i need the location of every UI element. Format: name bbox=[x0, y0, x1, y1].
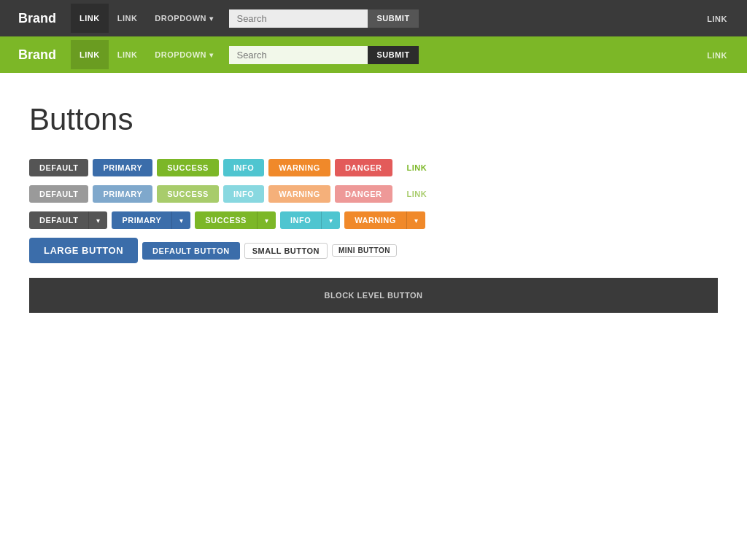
navbar1-submit-button[interactable]: SUBMIT bbox=[368, 9, 418, 28]
button-row-muted: DEFAULT PRIMARY SUCCESS INFO WARNING DAN… bbox=[29, 185, 718, 203]
navbar2-submit-button[interactable]: SUBMIT bbox=[368, 46, 418, 64]
btn-block[interactable]: BLOCK LEVEL BUTTON bbox=[40, 285, 707, 306]
navbar2-search-input[interactable] bbox=[229, 46, 368, 64]
btn-danger[interactable]: DANGER bbox=[335, 159, 392, 176]
btn-split-primary-main[interactable]: PRIMARY bbox=[112, 211, 171, 229]
btn-info-muted[interactable]: INFO bbox=[223, 185, 264, 203]
btn-split-info: INFO ▾ bbox=[280, 211, 340, 229]
navbar2-link2[interactable]: LINK bbox=[109, 50, 147, 59]
btn-primary[interactable]: PRIMARY bbox=[93, 159, 152, 176]
btn-split-warning-main[interactable]: WARNING bbox=[344, 211, 406, 229]
btn-default[interactable]: DEFAULT bbox=[29, 159, 88, 176]
btn-split-primary: PRIMARY ▾ bbox=[112, 211, 190, 229]
btn-split-info-caret[interactable]: ▾ bbox=[321, 211, 340, 229]
btn-split-success: SUCCESS ▾ bbox=[195, 211, 276, 229]
btn-success-muted[interactable]: SUCCESS bbox=[157, 185, 219, 203]
btn-warning-muted[interactable]: WARNING bbox=[268, 185, 330, 203]
btn-split-primary-caret[interactable]: ▾ bbox=[171, 211, 190, 229]
navbar1-link-right[interactable]: LINK bbox=[698, 15, 736, 23]
navbar2-link1[interactable]: LINK bbox=[71, 40, 109, 69]
btn-link[interactable]: LINK bbox=[397, 159, 438, 176]
btn-info[interactable]: INFO bbox=[223, 159, 264, 176]
button-row-normal: DEFAULT PRIMARY SUCCESS INFO WARNING DAN… bbox=[29, 159, 718, 176]
btn-warning[interactable]: WARNING bbox=[268, 159, 330, 176]
block-button-container: BLOCK LEVEL BUTTON bbox=[29, 278, 718, 313]
btn-danger-muted[interactable]: DANGER bbox=[335, 185, 392, 203]
btn-primary-muted[interactable]: PRIMARY bbox=[93, 185, 152, 203]
navbar2-link-right[interactable]: LINK bbox=[698, 51, 736, 60]
navbar1-dropdown[interactable]: DROPDOWN ▾ bbox=[146, 14, 222, 23]
dropdown-arrow-icon2: ▾ bbox=[209, 51, 214, 59]
btn-mini[interactable]: MINI BUTTON bbox=[332, 244, 397, 257]
button-row-sizes: LARGE BUTTON DEFAULT BUTTON SMALL BUTTON… bbox=[29, 238, 718, 263]
btn-split-warning: WARNING ▾ bbox=[344, 211, 425, 229]
navbar-green: Brand LINK LINK DROPDOWN ▾ SUBMIT LINK bbox=[0, 36, 747, 73]
buttons-section-title: Buttons bbox=[29, 102, 718, 137]
btn-split-default-caret[interactable]: ▾ bbox=[88, 211, 107, 229]
btn-split-info-main[interactable]: INFO bbox=[280, 211, 321, 229]
btn-split-default-main[interactable]: DEFAULT bbox=[29, 211, 88, 229]
btn-split-warning-caret[interactable]: ▾ bbox=[406, 211, 425, 229]
navbar1-right: LINK bbox=[698, 12, 736, 25]
navbar1-link2[interactable]: LINK bbox=[109, 14, 147, 23]
btn-split-default: DEFAULT ▾ bbox=[29, 211, 107, 229]
btn-default-size[interactable]: DEFAULT BUTTON bbox=[142, 242, 240, 260]
btn-split-success-caret[interactable]: ▾ bbox=[257, 211, 276, 229]
navbar1-brand[interactable]: Brand bbox=[11, 11, 63, 26]
btn-link-muted[interactable]: LINK bbox=[397, 185, 438, 203]
btn-large[interactable]: LARGE BUTTON bbox=[29, 238, 138, 263]
navbar1-search-form: SUBMIT bbox=[229, 9, 418, 28]
navbar2-brand[interactable]: Brand bbox=[11, 47, 63, 63]
navbar2-dropdown[interactable]: DROPDOWN ▾ bbox=[146, 50, 222, 59]
button-row-split: DEFAULT ▾ PRIMARY ▾ SUCCESS ▾ INFO ▾ WAR… bbox=[29, 211, 718, 229]
navbar2-search-form: SUBMIT bbox=[229, 46, 418, 64]
btn-split-success-main[interactable]: SUCCESS bbox=[195, 211, 257, 229]
navbar1-link1[interactable]: LINK bbox=[71, 4, 109, 33]
btn-small[interactable]: SMALL BUTTON bbox=[244, 243, 328, 259]
navbar-dark: Brand LINK LINK DROPDOWN ▾ SUBMIT LINK bbox=[0, 0, 747, 36]
btn-default-muted[interactable]: DEFAULT bbox=[29, 185, 88, 203]
main-content: Buttons DEFAULT PRIMARY SUCCESS INFO WAR… bbox=[0, 73, 747, 327]
navbar2-right: LINK bbox=[698, 48, 736, 61]
dropdown-arrow-icon: ▾ bbox=[209, 15, 214, 23]
btn-success[interactable]: SUCCESS bbox=[157, 159, 219, 176]
navbar1-search-input[interactable] bbox=[229, 9, 368, 28]
